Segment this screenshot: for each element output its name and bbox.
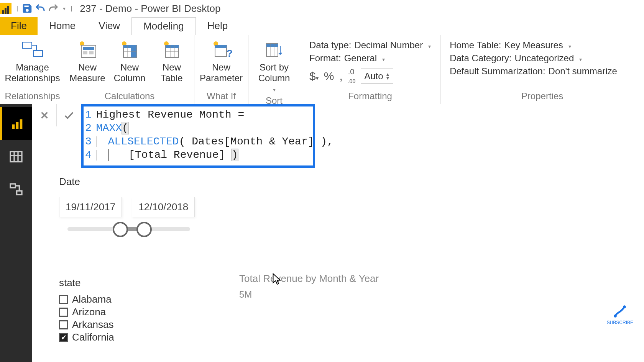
format-value: General: [344, 53, 377, 64]
group-properties-label: Properties: [444, 89, 640, 104]
thousands-separator-button[interactable]: ,: [339, 70, 342, 83]
canvas-body: Date 19/11/2017 12/10/2018 state Alabama…: [32, 168, 644, 351]
svg-rect-4: [33, 51, 43, 57]
svg-rect-2: [7, 6, 9, 14]
sort-icon: [262, 39, 286, 61]
range-thumb-start[interactable]: [113, 222, 128, 237]
chart-visual[interactable]: Total Revenue by Month & Year 5M: [239, 273, 379, 300]
state-item-label: California: [72, 331, 114, 343]
chevron-down-icon: [566, 40, 571, 51]
ribbon-group-calculations: New Measure New Column: [65, 35, 194, 104]
svg-rect-37: [10, 184, 15, 188]
new-measure-icon: [75, 39, 100, 61]
new-table-button[interactable]: New Table: [153, 38, 190, 83]
report-view-button[interactable]: [0, 107, 32, 140]
spinner-icon[interactable]: ▲▼: [386, 72, 390, 80]
data-category-dropdown[interactable]: Data Category: Uncategorized: [450, 53, 635, 64]
state-item-arkansas[interactable]: Arkansas: [59, 319, 617, 331]
checkbox-icon[interactable]: [59, 308, 68, 317]
decimal-auto-label: Auto: [364, 71, 383, 82]
undo-button[interactable]: [34, 2, 47, 15]
chart-title: Total Revenue by Month & Year: [239, 273, 379, 285]
qat-customize-button[interactable]: ▾: [60, 2, 68, 15]
group-whatif-label: What If: [198, 89, 244, 104]
new-table-label: New Table: [161, 62, 182, 83]
formula-editor[interactable]: 1234 Highest Revenue Month = MAXX( ALLSE…: [81, 104, 644, 168]
date-end-input[interactable]: 12/10/2018: [132, 197, 195, 217]
checkbox-icon[interactable]: [59, 333, 68, 342]
ribbon-group-formatting: Data type: Decimal Number Format: Genera…: [300, 35, 440, 104]
percent-format-button[interactable]: %: [324, 70, 334, 83]
decimal-places-icon: .0.00: [348, 67, 355, 85]
sort-by-column-button[interactable]: Sort by Column: [252, 38, 296, 94]
ribbon-group-relationships: Manage Relationships Relationships: [0, 35, 65, 104]
default-summarization-label: Default Summarization:: [450, 66, 545, 77]
home-table-label: Home Table:: [450, 40, 501, 51]
svg-rect-31: [16, 122, 18, 129]
svg-point-39: [623, 305, 626, 308]
state-item-label: Arkansas: [72, 319, 113, 331]
svg-point-40: [614, 314, 617, 318]
chevron-down-icon: [273, 83, 276, 94]
line-number-gutter: 1234: [85, 108, 96, 162]
home-table-dropdown[interactable]: Home Table: Key Measures: [450, 40, 635, 51]
save-button[interactable]: [21, 2, 34, 15]
format-dropdown[interactable]: Format: General: [309, 53, 431, 64]
chart-y-tick: 5M: [239, 289, 379, 300]
data-type-label: Data type:: [309, 40, 351, 51]
chevron-down-icon: [426, 40, 431, 51]
new-column-button[interactable]: New Column: [111, 38, 148, 83]
svg-rect-3: [23, 42, 32, 48]
redo-button[interactable]: [47, 2, 60, 15]
formula-text[interactable]: Highest Revenue Month = MAXX( ALLSELECTE…: [96, 108, 334, 162]
subscribe-badge[interactable]: SUBSCRIBE: [607, 305, 633, 325]
new-measure-label: New Measure: [69, 62, 105, 83]
date-start-input[interactable]: 19/11/2017: [59, 197, 122, 217]
new-table-icon: [159, 39, 184, 61]
tab-help[interactable]: Help: [196, 17, 239, 35]
tab-home[interactable]: Home: [38, 17, 87, 35]
new-parameter-icon: ?: [209, 39, 233, 61]
data-type-dropdown[interactable]: Data type: Decimal Number: [309, 40, 431, 51]
tab-modeling[interactable]: Modeling: [131, 17, 196, 35]
default-summarization-dropdown[interactable]: Default Summarization: Don't summarize: [450, 66, 635, 77]
new-column-icon: [117, 39, 142, 61]
date-range-slider[interactable]: [67, 227, 190, 231]
svg-rect-8: [83, 51, 87, 54]
new-measure-button[interactable]: New Measure: [69, 38, 106, 83]
state-item-arizona[interactable]: Arizona: [59, 306, 617, 318]
svg-rect-38: [17, 191, 22, 195]
tab-file[interactable]: File: [0, 17, 38, 35]
format-label: Format:: [309, 53, 341, 64]
ribbon-group-sort: Sort by Column Sort: [248, 35, 300, 104]
svg-rect-1: [5, 8, 7, 14]
svg-rect-27: [266, 44, 278, 47]
state-item-label: Arizona: [72, 306, 106, 318]
range-thumb-end[interactable]: [136, 222, 152, 237]
state-item-label: Alabama: [72, 293, 112, 305]
svg-rect-33: [10, 152, 22, 162]
currency-format-button[interactable]: $▾: [309, 70, 319, 83]
home-table-value: Key Measures: [504, 40, 563, 51]
cancel-formula-button[interactable]: [32, 104, 57, 126]
new-parameter-button[interactable]: ? New Parameter: [198, 38, 244, 83]
state-item-california[interactable]: California: [59, 331, 617, 343]
checkbox-icon[interactable]: [59, 295, 68, 304]
tab-view[interactable]: View: [87, 17, 131, 35]
group-calculations-label: Calculations: [69, 89, 190, 104]
qat-separator: |: [17, 5, 18, 12]
checkbox-icon[interactable]: [59, 320, 68, 329]
app-logo-icon: [0, 3, 12, 14]
ribbon-group-whatif: ? New Parameter What If: [194, 35, 248, 104]
model-view-button[interactable]: [0, 173, 32, 206]
manage-relationships-button[interactable]: Manage Relationships: [4, 38, 61, 83]
svg-rect-32: [20, 119, 22, 129]
decimal-places-input[interactable]: Auto ▲▼: [361, 69, 393, 84]
data-view-button[interactable]: [0, 140, 32, 173]
new-column-label: New Column: [114, 62, 146, 83]
commit-formula-button[interactable]: [57, 104, 81, 126]
new-parameter-label: New Parameter: [200, 62, 243, 83]
svg-rect-9: [89, 51, 94, 54]
manage-relationships-label: Manage Relationships: [5, 62, 60, 83]
sort-by-column-label: Sort by Column: [258, 62, 290, 83]
